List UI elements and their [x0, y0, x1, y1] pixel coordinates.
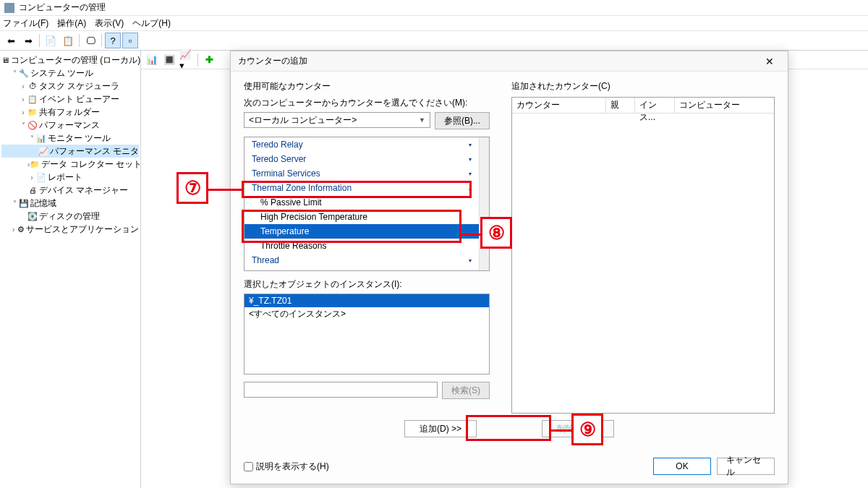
dialog-title: カウンターの追加	[238, 55, 307, 67]
counter-udp[interactable]: UDPv4▾	[244, 267, 479, 271]
added-counters-section: 追加されたカウンター(C) カウンター 親 インス... コンピューター	[511, 80, 775, 414]
add-button[interactable]: 追加(D) >>	[404, 420, 477, 437]
col-counter[interactable]: カウンター	[512, 98, 606, 113]
ok-button[interactable]: OK	[653, 458, 711, 475]
counters-listbox[interactable]: Teredo Relay▾ Teredo Server▾ Terminal Se…	[244, 137, 490, 271]
refresh-button[interactable]: 🖵	[82, 33, 98, 48]
added-label: 追加されたカウンター(C)	[511, 80, 775, 93]
add-counters-dialog: カウンターの追加 ✕ 使用可能なカウンター 次のコンピューターからカウンターを選…	[230, 51, 788, 484]
separator	[39, 34, 40, 47]
dropdown-icon: ▼	[419, 116, 425, 124]
select-computer-label: 次のコンピューターからカウンターを選んでください(M):	[244, 97, 490, 109]
remove-button[interactable]: 削除(R) <<	[542, 420, 614, 437]
browse-button[interactable]: 参照(B)...	[435, 112, 490, 129]
counter-thermal-zone[interactable]: Thermal Zone Information▴	[244, 181, 479, 195]
scrollbar-thumb[interactable]	[480, 224, 488, 246]
col-computer[interactable]: コンピューター	[675, 98, 774, 113]
separator	[197, 53, 198, 67]
available-counters-section: 使用可能なカウンター 次のコンピューターからカウンターを選んでください(M): …	[244, 80, 490, 414]
pm-view2-btn[interactable]: 📈▾	[179, 52, 195, 68]
tree-devicemanager[interactable]: 🖨デバイス マネージャー	[1, 184, 139, 197]
tree-reports[interactable]: ›📄レポート	[1, 171, 139, 184]
pm-stop-btn[interactable]: 🔳	[161, 52, 177, 68]
counter-teredo-server[interactable]: Teredo Server▾	[244, 152, 479, 166]
app-icon	[4, 3, 14, 13]
counter-passive-limit[interactable]: % Passive Limit	[244, 195, 479, 210]
cancel-button[interactable]: キャンセル	[717, 458, 775, 475]
pm-add-btn[interactable]: ✚	[201, 52, 217, 68]
help-button[interactable]: ?	[105, 33, 121, 48]
dialog-footer: 説明を表示する(H) OK キャンセル	[244, 458, 775, 475]
instances-listbox[interactable]: ¥_TZ.TZ01 <すべてのインスタンス>	[244, 294, 490, 374]
counter-temperature[interactable]: Temperature	[244, 224, 479, 239]
dialog-close-button[interactable]: ✕	[759, 53, 780, 69]
separator	[101, 34, 102, 47]
toolbar: ⬅ ➡ 📄 📋 🖵 ? ▫	[0, 30, 868, 51]
counter-throttle-reasons[interactable]: Throttle Reasons	[244, 239, 479, 253]
listbox-scrollbar[interactable]	[479, 137, 489, 270]
instances-label: 選択したオブジェクトのインスタンス(I):	[244, 278, 490, 291]
up-button[interactable]: 📄	[43, 33, 59, 48]
tree-storage[interactable]: ˅💾記憶域	[1, 197, 139, 210]
forward-button[interactable]: ➡	[20, 33, 36, 48]
show-desc-label: 説明を表示する(H)	[256, 461, 329, 473]
dialog-titlebar: カウンターの追加 ✕	[231, 51, 788, 72]
tree-root[interactable]: 🖥コンピューターの管理 (ローカル)	[1, 53, 139, 67]
search-input[interactable]	[244, 382, 438, 398]
toolbar-btn2[interactable]: ▫	[122, 33, 138, 48]
computer-value: <ローカル コンピューター>	[249, 114, 357, 127]
instance-tz01[interactable]: ¥_TZ.TZ01	[244, 294, 489, 307]
col-inst[interactable]: インス...	[635, 98, 675, 113]
show-desc-input[interactable]	[244, 462, 253, 471]
tree-taskscheduler[interactable]: ›⏱タスク スケジューラ	[1, 80, 139, 93]
tree-performance[interactable]: ˅🚫パフォーマンス	[1, 119, 139, 132]
separator	[79, 34, 80, 47]
window-titlebar: コンピューターの管理	[0, 0, 868, 16]
window-title: コンピューターの管理	[19, 1, 106, 14]
menu-file[interactable]: ファイル(F)	[3, 17, 48, 30]
menubar: ファイル(F) 操作(A) 表示(V) ヘルプ(H)	[0, 16, 868, 30]
added-header: カウンター 親 インス... コンピューター	[512, 98, 774, 114]
tree-perfmon[interactable]: 📈パフォーマンス モニタ	[1, 145, 139, 158]
added-counters-table[interactable]: カウンター 親 インス... コンピューター	[511, 97, 775, 414]
counter-thread[interactable]: Thread▾	[244, 253, 479, 267]
counter-terminal-services[interactable]: Terminal Services▾	[244, 166, 479, 181]
available-label: 使用可能なカウンター	[244, 80, 490, 93]
tree-servicesapps[interactable]: ›⚙サービスとアプリケーション	[1, 223, 139, 236]
instance-all[interactable]: <すべてのインスタンス>	[244, 307, 489, 320]
tree-datacollector[interactable]: ›📁データ コレクター セット	[1, 158, 139, 171]
menu-help[interactable]: ヘルプ(H)	[132, 17, 171, 30]
computer-combobox[interactable]: <ローカル コンピューター> ▼	[244, 112, 430, 128]
counter-teredo-relay[interactable]: Teredo Relay▾	[244, 137, 479, 152]
pm-view-btn[interactable]: 📊	[144, 52, 160, 68]
search-button[interactable]: 検索(S)	[442, 382, 490, 399]
tree-monitortools[interactable]: ˅📊モニター ツール	[1, 132, 139, 145]
menu-view[interactable]: 表示(V)	[95, 17, 124, 30]
back-button[interactable]: ⬅	[3, 33, 19, 48]
tree-eventviewer[interactable]: ›📋イベント ビューアー	[1, 93, 139, 106]
tree-sharedfolders[interactable]: ›📁共有フォルダー	[1, 106, 139, 119]
props-button[interactable]: 📋	[60, 33, 76, 48]
tree-diskmgmt[interactable]: 💽ディスクの管理	[1, 210, 139, 223]
tree-systools[interactable]: ˅🔧システム ツール	[1, 67, 139, 80]
col-parent[interactable]: 親	[606, 98, 635, 113]
menu-action[interactable]: 操作(A)	[57, 17, 86, 30]
dialog-body: 使用可能なカウンター 次のコンピューターからカウンターを選んでください(M): …	[231, 72, 788, 422]
nav-tree[interactable]: 🖥コンピューターの管理 (ローカル) ˅🔧システム ツール ›⏱タスク スケジュ…	[0, 51, 141, 488]
counter-high-precision-temp[interactable]: High Precision Temperature	[244, 210, 479, 224]
show-description-checkbox[interactable]: 説明を表示する(H)	[244, 461, 329, 473]
